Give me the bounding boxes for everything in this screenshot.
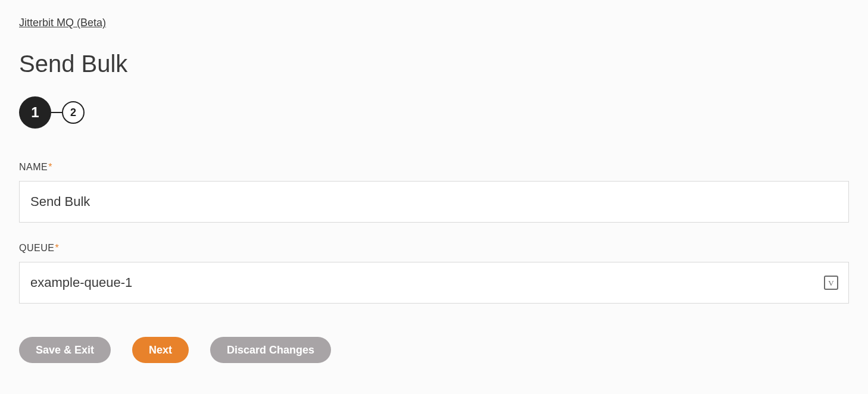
queue-label-text: QUEUE [19, 243, 54, 253]
stepper: 1 2 [19, 96, 849, 129]
queue-label: QUEUE* [19, 243, 849, 254]
name-input[interactable] [19, 181, 849, 223]
page-title: Send Bulk [19, 51, 849, 77]
next-button[interactable]: Next [132, 337, 189, 363]
button-row: Save & Exit Next Discard Changes [19, 337, 849, 363]
variable-icon[interactable]: V [824, 276, 838, 290]
step-1[interactable]: 1 [19, 96, 51, 129]
discard-changes-button[interactable]: Discard Changes [210, 337, 331, 363]
save-exit-button[interactable]: Save & Exit [19, 337, 111, 363]
required-asterisk: * [55, 243, 59, 253]
step-2[interactable]: 2 [62, 101, 85, 124]
form-group-name: NAME* [19, 162, 849, 223]
name-label-text: NAME [19, 162, 48, 172]
queue-input[interactable] [19, 262, 849, 304]
name-label: NAME* [19, 162, 849, 173]
form-group-queue: QUEUE* V [19, 243, 849, 304]
step-connector [51, 112, 62, 113]
breadcrumb-link[interactable]: Jitterbit MQ (Beta) [19, 17, 106, 29]
required-asterisk: * [48, 162, 52, 172]
